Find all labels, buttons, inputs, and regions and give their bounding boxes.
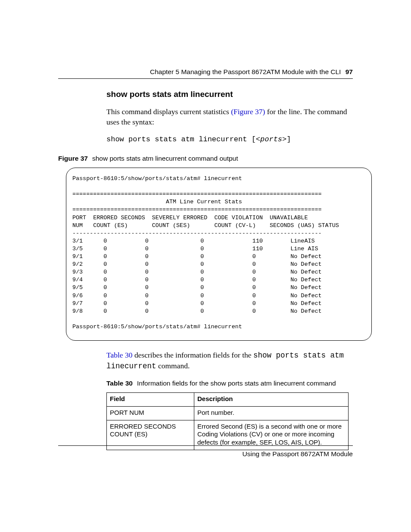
field-desc: Port number. bbox=[194, 406, 349, 420]
table-row: 9/5 0 0 0 0 No Defect bbox=[72, 284, 322, 291]
table-row: 3/1 0 0 0 110 LineAIS bbox=[72, 238, 315, 244]
table-label: Table 30 bbox=[106, 380, 133, 387]
intro-paragraph: This command displays current statistics… bbox=[58, 107, 353, 127]
table-row: 9/6 0 0 0 0 No Defect bbox=[72, 292, 322, 299]
table-row: 9/7 0 0 0 0 No Defect bbox=[72, 300, 322, 307]
intro-text-a: This command displays current statistics bbox=[106, 107, 231, 116]
figure-link[interactable]: (Figure 37) bbox=[231, 107, 265, 116]
terminal-output: Passport-8610:5/show/ports/stats/atm# li… bbox=[66, 168, 372, 341]
figure-caption-text: show ports stats atm linecurrent command… bbox=[92, 155, 238, 162]
terminal-prompt: Passport-8610:5/show/ports/stats/atm# li… bbox=[72, 175, 242, 182]
syntax-param: ports bbox=[260, 135, 282, 143]
page-number: 97 bbox=[346, 68, 353, 75]
terminal-header: NUM COUNT (ES) COUNT (SES) COUNT (CV-L) … bbox=[72, 222, 339, 229]
figure-label: Figure 37 bbox=[58, 155, 88, 162]
terminal-dash: ----------------------------------------… bbox=[72, 230, 322, 236]
syntax-prefix: show ports stats atm linecurrent [< bbox=[106, 135, 260, 143]
fields-table: Field Description PORT NUM Port number. … bbox=[106, 392, 349, 450]
post-figure-paragraph: Table 30 describes the information field… bbox=[58, 350, 353, 371]
chapter-title: Chapter 5 Managing the Passport 8672ATM … bbox=[150, 68, 341, 75]
running-header: Chapter 5 Managing the Passport 8672ATM … bbox=[58, 68, 353, 79]
table-row: 9/8 0 0 0 0 No Defect bbox=[72, 308, 322, 314]
terminal-bar: ========================================… bbox=[72, 206, 322, 213]
footer-text: Using the Passport 8672ATM Module bbox=[243, 450, 353, 457]
post-fig-text-b: command. bbox=[156, 361, 190, 370]
terminal-title: ATM Line Current Stats bbox=[72, 199, 242, 205]
page: Chapter 5 Managing the Passport 8672ATM … bbox=[0, 0, 411, 532]
syntax-line: show ports stats atm linecurrent [<ports… bbox=[58, 135, 353, 145]
field-name: PORT NUM bbox=[107, 406, 194, 420]
table-caption-text: Information fields for the show ports st… bbox=[137, 380, 336, 387]
main-content: show ports stats atm linecurrent This co… bbox=[58, 90, 353, 450]
syntax-suffix: >] bbox=[282, 135, 291, 143]
post-fig-text-a: describes the information fields for the bbox=[133, 351, 253, 359]
table-caption: Table 30Information fields for the show … bbox=[58, 379, 353, 388]
table-row: 9/3 0 0 0 0 No Defect bbox=[72, 269, 322, 275]
table-header-row: Field Description bbox=[107, 393, 349, 407]
col-desc: Description bbox=[194, 393, 349, 407]
figure-caption: Figure 37show ports stats atm linecurren… bbox=[58, 154, 353, 163]
terminal-prompt: Passport-8610:5/show/ports/stats/atm# li… bbox=[72, 324, 242, 330]
col-field: Field bbox=[107, 393, 194, 407]
table-row: PORT NUM Port number. bbox=[107, 406, 349, 420]
table-link[interactable]: Table 30 bbox=[106, 351, 133, 359]
table-row: 9/4 0 0 0 0 No Defect bbox=[72, 277, 322, 283]
terminal-header: PORT ERRORED SECONDS SEVERELY ERRORED CO… bbox=[72, 215, 308, 221]
table-row: 3/5 0 0 0 110 Line AIS bbox=[72, 246, 318, 252]
terminal-bar: ========================================… bbox=[72, 191, 322, 197]
table-row: 9/2 0 0 0 0 No Defect bbox=[72, 261, 322, 268]
section-heading: show ports stats atm linecurrent bbox=[58, 90, 353, 99]
table-row: 9/1 0 0 0 0 No Defect bbox=[72, 253, 322, 260]
page-footer: Using the Passport 8672ATM Module bbox=[58, 445, 353, 458]
